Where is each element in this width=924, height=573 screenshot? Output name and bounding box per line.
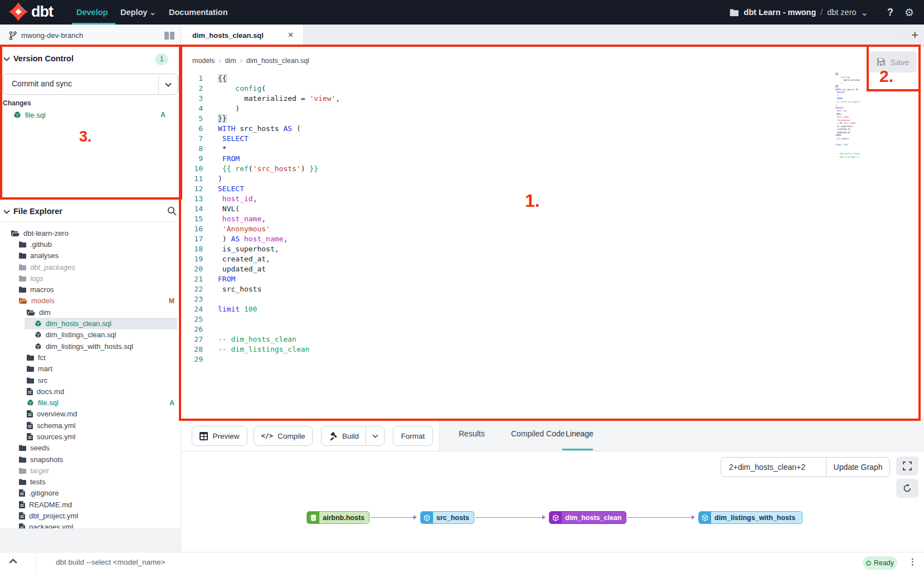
tree-item-snapshots[interactable]: snapshots [0,454,181,465]
tree-item-logs[interactable]: logs [0,273,181,284]
tree-item-fct[interactable]: fct [0,352,181,363]
version-control-header[interactable]: Version Control 1 [0,51,181,68]
file-explorer-divider [0,221,181,222]
tree-item-dbt-packages[interactable]: dbt_packages [0,261,181,273]
compile-button[interactable]: </> Compile [254,426,313,446]
action-toolbar: Preview </> Compile Build Format Results… [181,420,924,451]
tree-item-docs-md[interactable]: docs.md [0,386,181,397]
reset-view-button[interactable] [896,479,918,498]
lineage-node-src-hosts[interactable]: src_hosts [420,511,474,524]
tree-item-analyses[interactable]: analyses [0,250,181,261]
build-button[interactable]: Build [321,426,385,446]
code-line: 28-- dim_listings_clean [181,344,924,355]
tree-item-dbt-learn-zero[interactable]: dbt-learn-zero [0,227,181,239]
save-button[interactable]: Save [869,51,917,72]
folder-icon [19,457,26,463]
help-icon[interactable]: ? [887,7,893,18]
build-label: Build [342,432,359,440]
lineage-node-dim-hosts-clean[interactable]: dim_hosts_clean [549,511,626,524]
line-number: 13 [181,194,207,204]
commit-and-sync-button[interactable]: Commit and sync [3,74,178,95]
tab-results[interactable]: Results [459,429,485,438]
command-input[interactable]: dbt build --select <model_name> [56,558,166,566]
code-line: 14 NVL( [181,204,924,214]
tree-item-label: sources.yml [37,433,75,441]
tree-item-dim-hosts-clean-sql[interactable]: dim_hosts_clean.sql [25,318,177,329]
editor-minimap[interactable]: {{ config( materialized = 'view', )}}WIT… [834,72,860,170]
tree-item-label: README.md [29,501,72,509]
code-line [834,158,860,162]
preview-button[interactable]: Preview [192,426,247,446]
tree-item-models[interactable]: modelsM [0,295,181,307]
file-explorer-header[interactable]: File Explorer [0,204,181,221]
nav-deploy[interactable]: Deploy [120,0,147,25]
tab-dim-hosts-clean[interactable]: dim_hosts_clean.sql ✕ [181,25,304,47]
lineage-selector-input[interactable] [721,457,826,477]
docs-book-icon[interactable] [164,32,174,40]
tree-item-target[interactable]: target [0,465,181,476]
tree-item-dbt-project-yml[interactable]: dbt_project.yml [0,510,181,521]
compile-code-icon: </> [261,432,273,440]
code-line: 4 ) [181,104,924,114]
code-line: 13 host_id, [181,194,924,204]
breadcrumb-chevron-icon: › [240,57,242,65]
tree-item-dim[interactable]: dim [0,307,181,318]
project-name[interactable]: dbt Learn - mwong [744,8,816,17]
fullscreen-button[interactable] [896,457,918,475]
nav-documentation[interactable]: Documentation [169,0,228,25]
code-line: 19 created_at, [181,254,924,264]
lineage-edge [628,517,694,518]
tree-item-dim-listings-clean-sql[interactable]: dim_listings_clean.sql [0,329,181,341]
breadcrumb-file: dim_hosts_clean.sql [246,57,309,65]
tree-item-readme-md[interactable]: README.md [0,499,181,510]
new-tab-button[interactable]: + [911,28,918,42]
version-control-badge: 1 [155,54,168,65]
tree-item-schema-yml[interactable]: schema.yml [0,420,181,431]
lineage-node-dim-listings-with-hosts[interactable]: dim_listings_with_hosts [698,511,803,524]
code-editor: models›dim›dim_hosts_clean.sql Save 1{{2… [181,47,924,420]
update-graph-button[interactable]: Update Graph [826,457,890,477]
tree-item--gitignore[interactable]: .gitignore [0,488,181,499]
line-number: 11 [181,174,207,184]
tab-close-icon[interactable]: ✕ [288,31,294,39]
tree-item-seeds[interactable]: seeds [0,443,181,454]
code-text-area[interactable]: 1{{2 config(3 materialized = 'view',4 )5… [181,74,924,420]
code-line: 8 * [181,144,924,154]
model-cube-icon [699,512,711,523]
code-line: 1{{ [181,74,924,84]
version-control-collapse-icon[interactable] [3,57,10,61]
environment-chevron-icon[interactable]: ⌄ [861,7,868,18]
code-line: 16 'Anonymous' [181,224,924,234]
tree-item-overview-md[interactable]: overview.md [0,409,181,420]
tree-item--github[interactable]: .github [0,239,181,250]
statusbar-menu-icon[interactable]: ⋮ [908,557,917,567]
nav-develop[interactable]: Develop [76,0,108,25]
tab-compiled-code[interactable]: Compiled Code [511,429,565,438]
tree-item-label: dim_listings_clean.sql [46,331,116,339]
tree-item-sources-yml[interactable]: sources.yml [0,431,181,442]
tree-item-mart[interactable]: mart [0,363,181,375]
lineage-node-airbnb-hosts[interactable]: airbnb.hosts [307,511,369,524]
tree-item-src[interactable]: src [0,375,181,386]
tab-lineage[interactable]: Lineage [566,429,594,438]
git-status-badge: M [169,297,174,305]
build-options-chevron[interactable] [366,426,385,445]
branch-name[interactable]: mwong-dev-branch [21,31,83,40]
tree-item-dim-listings-with-hosts-sql[interactable]: dim_listings_with_hosts.sql [0,341,181,352]
line-number: 7 [181,134,207,144]
tree-item-macros[interactable]: macros [0,284,181,295]
environment-name[interactable]: dbt zero [827,8,856,17]
settings-gear-icon[interactable]: ⚙ [904,6,914,19]
dbt-logo[interactable]: dbt [9,2,53,21]
format-button[interactable]: Format [393,426,433,446]
file-search-icon[interactable] [167,206,177,216]
code-line: 25 [181,314,924,324]
breadcrumb: models›dim›dim_hosts_clean.sql [192,57,309,65]
changed-file-row[interactable]: file.sql A [0,109,181,121]
commit-options-chevron-icon[interactable] [165,82,172,87]
file-explorer-collapse-icon[interactable] [3,210,10,214]
expand-command-panel-icon[interactable] [9,559,17,564]
folder-open-icon [19,298,27,304]
tree-item-file-sql[interactable]: file.sqlA [0,397,181,408]
tree-item-tests[interactable]: tests [0,477,181,488]
